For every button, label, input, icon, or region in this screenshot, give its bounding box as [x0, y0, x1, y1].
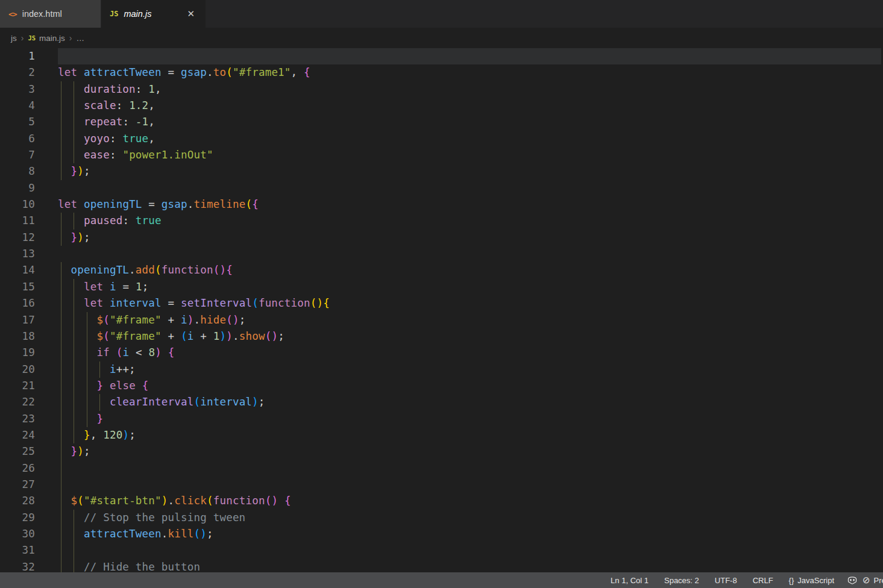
indent-guide [74, 114, 74, 130]
status-encoding[interactable]: UTF-8 [707, 576, 745, 585]
tab-bar: <> index.html JS main.js ✕ [0, 0, 883, 28]
indent-guide [99, 361, 100, 378]
code-line[interactable]: 5 repeat: -1, [0, 114, 883, 130]
code-line[interactable]: 32 // Hide the button [0, 559, 883, 572]
breadcrumb-symbol-ellipsis[interactable]: … [77, 34, 85, 43]
code-editor[interactable]: 12let attractTween = gsap.to("#frame1", … [0, 48, 883, 572]
tab-main-js[interactable]: JS main.js ✕ [101, 0, 206, 28]
line-number: 21 [0, 378, 35, 394]
code-line[interactable]: 22 clearInterval(interval); [0, 394, 883, 410]
code-line[interactable]: 1 [0, 48, 883, 64]
indent-guide [87, 378, 87, 394]
tab-label: index.html [22, 9, 62, 19]
code-line[interactable]: 14 openingTL.add(function(){ [0, 262, 883, 278]
code-line[interactable]: 24 }, 120); [0, 427, 883, 443]
indent-guide [61, 493, 61, 509]
code-line[interactable]: 26 [0, 460, 883, 477]
indent-guide [74, 559, 74, 572]
code-line[interactable]: 15 let i = 1; [0, 279, 883, 295]
code-line[interactable]: 21 } else { [0, 378, 883, 394]
indent-guide [87, 411, 87, 427]
indent-guide [61, 411, 61, 427]
code-line[interactable]: 10let openingTL = gsap.timeline({ [0, 196, 883, 213]
indent-guide [61, 443, 61, 460]
code-line-text [58, 246, 881, 262]
code-line-text [58, 460, 881, 477]
code-line[interactable]: 19 if (i < 8) { [0, 345, 883, 361]
indent-guide [61, 262, 61, 278]
code-line[interactable]: 13 [0, 246, 883, 262]
status-indent[interactable]: Spaces: 2 [656, 576, 707, 585]
code-line[interactable]: 25 }); [0, 443, 883, 460]
tab-index-html[interactable]: <> index.html [0, 0, 101, 28]
status-language-label: JavaScript [797, 576, 834, 585]
code-line[interactable]: 27 [0, 477, 883, 493]
prettier-label: Prettier [874, 576, 883, 585]
indent-guide [99, 394, 100, 410]
code-line[interactable]: 18 $("#frame" + (i + 1)).show(); [0, 328, 883, 345]
status-line-col[interactable]: Ln 1, Col 1 [603, 576, 656, 585]
code-line[interactable]: 12 }); [0, 230, 883, 246]
breadcrumb-file-label: main.js [39, 34, 65, 43]
code-line[interactable]: 11 paused: true [0, 213, 883, 229]
indent-guide [61, 114, 61, 130]
breadcrumb-folder-js[interactable]: js [11, 34, 17, 43]
code-line[interactable]: 9 [0, 180, 883, 196]
code-line[interactable]: 7 ease: "power1.inOut" [0, 147, 883, 163]
indent-guide [61, 147, 61, 163]
code-line[interactable]: 17 $("#frame" + i).hide(); [0, 312, 883, 328]
line-number: 17 [0, 312, 35, 328]
code-line[interactable]: 30 attractTween.kill(); [0, 526, 883, 542]
line-number: 24 [0, 427, 35, 443]
indent-guide [74, 81, 74, 98]
code-line[interactable]: 29 // Stop the pulsing tween [0, 510, 883, 526]
breadcrumb-file-main-js[interactable]: JS main.js [28, 34, 64, 43]
indent-guide [61, 279, 61, 295]
tab-label: main.js [124, 9, 151, 19]
code-line-text: $("#frame" + i).hide(); [58, 312, 881, 328]
prettier-status[interactable]: ⊘ Prettier [863, 575, 883, 586]
code-line-text: } else { [58, 378, 881, 394]
code-line[interactable]: 3 duration: 1, [0, 81, 883, 98]
code-line[interactable]: 23 } [0, 411, 883, 427]
code-line-text: i++; [58, 361, 881, 378]
line-number: 3 [0, 81, 35, 98]
line-number: 30 [0, 526, 35, 542]
indent-guide [87, 328, 87, 345]
code-line-text: clearInterval(interval); [58, 394, 881, 410]
code-line[interactable]: 6 yoyo: true, [0, 131, 883, 147]
code-line[interactable]: 20 i++; [0, 361, 883, 378]
code-line-text: ease: "power1.inOut" [58, 147, 881, 163]
code-line-text: // Hide the button [58, 559, 881, 572]
line-number: 13 [0, 246, 35, 262]
html-file-icon: <> [8, 10, 17, 19]
code-line[interactable]: 8 }); [0, 163, 883, 180]
line-number: 19 [0, 345, 35, 361]
code-line[interactable]: 31 [0, 542, 883, 558]
copilot-status[interactable] [842, 575, 863, 586]
line-number: 8 [0, 163, 35, 180]
line-number: 31 [0, 542, 35, 558]
code-line-text: paused: true [58, 213, 881, 229]
line-number: 22 [0, 394, 35, 410]
breadcrumb: js › JS main.js › … [0, 28, 883, 48]
code-line-text: let openingTL = gsap.timeline({ [58, 196, 881, 213]
code-line[interactable]: 16 let interval = setInterval(function()… [0, 295, 883, 311]
line-number: 16 [0, 295, 35, 311]
line-number: 15 [0, 279, 35, 295]
status-language[interactable]: {} JavaScript [781, 576, 842, 585]
status-eol[interactable]: CRLF [745, 576, 781, 585]
indent-guide [74, 345, 74, 361]
code-line[interactable]: 4 scale: 1.2, [0, 98, 883, 114]
line-number: 12 [0, 230, 35, 246]
indent-guide [74, 131, 74, 147]
indent-guide [61, 345, 61, 361]
code-line[interactable]: 2let attractTween = gsap.to("#frame1", { [0, 64, 883, 81]
indent-guide [61, 312, 61, 328]
code-line[interactable]: 28 $("#start-btn").click(function() { [0, 493, 883, 509]
close-icon[interactable]: ✕ [184, 7, 197, 20]
indent-guide [61, 510, 61, 526]
indent-guide [74, 542, 74, 558]
line-number: 25 [0, 443, 35, 460]
indent-guide [61, 542, 61, 558]
